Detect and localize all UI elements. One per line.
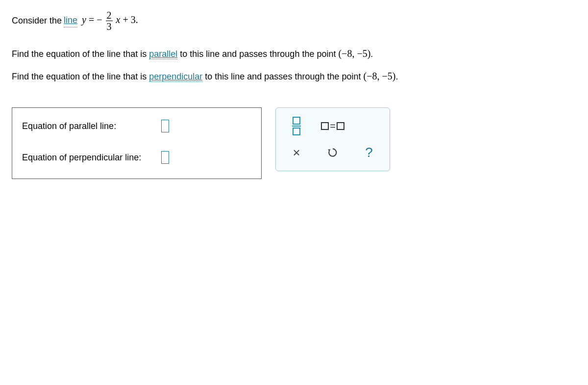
keypad: = × ? (275, 107, 390, 171)
problem-statement: Consider the line y = − 2 3 x + 3. Find … (12, 10, 576, 83)
keypad-help-button[interactable]: ? (357, 143, 381, 162)
frac-num: 2 (106, 10, 113, 21)
intro-line: Consider the line y = − 2 3 x + 3. (12, 10, 576, 32)
frac-den: 3 (106, 21, 113, 32)
link-parallel[interactable]: parallel (149, 49, 177, 59)
point-2: (−8, −5) (363, 71, 395, 81)
perpendicular-input[interactable] (161, 151, 169, 164)
svg-marker-0 (328, 150, 330, 152)
parallel-question: Find the equation of the line that is pa… (12, 47, 576, 60)
keypad-reset-button[interactable] (321, 143, 344, 162)
help-icon: ? (365, 145, 373, 160)
eq-neg: − (97, 14, 102, 25)
clear-icon: × (293, 145, 300, 160)
keypad-equals-button[interactable]: = (321, 117, 344, 135)
link-line[interactable]: line (64, 14, 77, 27)
point-1: (−8, −5) (338, 48, 370, 59)
equals-sign: = (330, 121, 336, 132)
period-2: . (395, 72, 398, 81)
eq-fraction: 2 3 (106, 10, 113, 32)
answer-box: Equation of parallel line: Equation of p… (12, 107, 262, 179)
keypad-spacer-1 (357, 117, 381, 135)
reset-icon (326, 146, 339, 159)
eq-const: + 3. (122, 14, 138, 25)
keypad-fraction-button[interactable] (285, 117, 308, 135)
parallel-pre: Find the equation of the line that is (12, 49, 149, 59)
eq-equals: = (89, 14, 94, 25)
parallel-answer-row: Equation of parallel line: (22, 120, 251, 132)
perpendicular-answer-row: Equation of perpendicular line: (22, 151, 251, 164)
perp-pre: Find the equation of the line that is (12, 72, 149, 81)
parallel-post: to this line and passes through the poin… (177, 49, 338, 59)
keypad-row-2: × ? (282, 139, 384, 166)
keypad-clear-button[interactable]: × (285, 143, 308, 162)
keypad-row-1: = (282, 113, 384, 139)
period-1: . (370, 49, 373, 59)
parallel-label: Equation of parallel line: (22, 121, 154, 131)
perpendicular-label: Equation of perpendicular line: (22, 153, 154, 163)
eq-y: y (82, 14, 86, 25)
eq-x: x (116, 14, 121, 25)
perp-post: to this line and passes through the poin… (202, 72, 363, 81)
fraction-icon (292, 117, 301, 135)
perpendicular-question: Find the equation of the line that is pe… (12, 69, 576, 83)
intro-prefix: Consider the (12, 15, 62, 27)
given-equation: y = − 2 3 x + 3. (79, 10, 138, 32)
equals-icon: = (321, 121, 344, 132)
answer-area: Equation of parallel line: Equation of p… (12, 107, 576, 179)
link-perpendicular[interactable]: perpendicular (149, 72, 202, 82)
parallel-input[interactable] (161, 120, 169, 132)
